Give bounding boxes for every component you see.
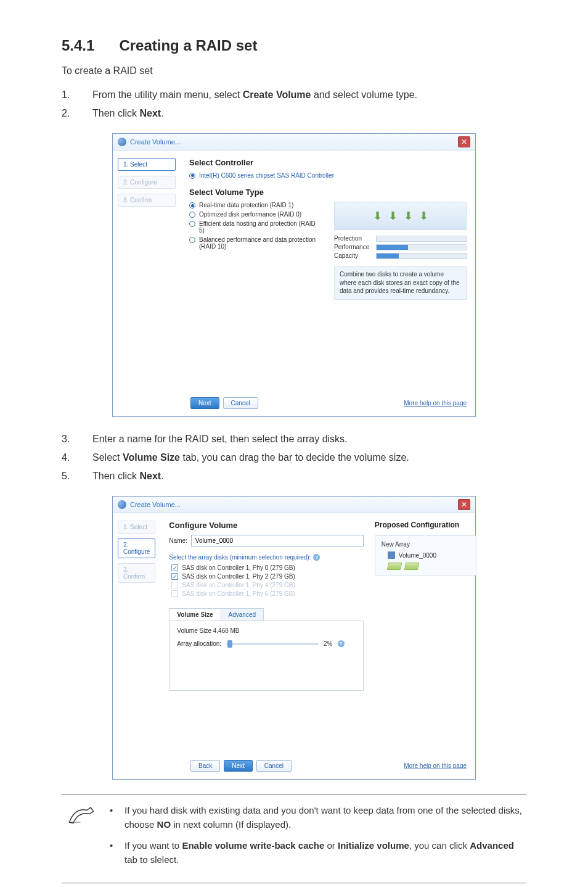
step-2-bold: Next bbox=[139, 108, 161, 118]
dialog-title: Create Volume... bbox=[130, 138, 181, 146]
checkbox-icon bbox=[171, 582, 178, 588]
step-5-bold: Next bbox=[139, 471, 161, 481]
capacity-label: Capacity bbox=[334, 252, 372, 259]
gear-icon bbox=[118, 500, 126, 509]
step-4-text: Select Volume Size tab, you can drag the… bbox=[92, 450, 409, 465]
volume-size-value: Volume Size 4,468 MB bbox=[177, 627, 355, 634]
step-4-bold: Volume Size bbox=[123, 452, 180, 463]
intro-text: To create a RAID set bbox=[62, 65, 526, 76]
raid-10-option[interactable]: Balanced performance and data protection… bbox=[189, 236, 322, 250]
section-title-text: Creating a RAID set bbox=[119, 37, 257, 54]
new-array-label: New Array bbox=[382, 541, 470, 548]
note-item-1: • If you hard disk with existing data an… bbox=[110, 804, 524, 831]
raid-5-label: Efficient data hosting and protection (R… bbox=[199, 220, 322, 234]
section-number: 5.4.1 bbox=[62, 37, 94, 54]
dialog-titlebar: Create Volume... ✕ bbox=[113, 497, 475, 513]
info-icon[interactable]: ? bbox=[313, 554, 320, 561]
disk-option-2[interactable]: SAS disk on Controller 1, Phy 4 (279 GB) bbox=[169, 582, 363, 588]
back-button[interactable]: Back bbox=[190, 760, 220, 772]
cancel-button[interactable]: Cancel bbox=[256, 760, 292, 772]
checkbox-icon: ✓ bbox=[171, 564, 178, 571]
n2p6: tab to slelect. bbox=[125, 854, 179, 865]
n2p3: Initialize volume bbox=[338, 840, 409, 851]
step-5-text: Then click Next. bbox=[92, 469, 164, 484]
disk-2-label: SAS disk on Controller 1, Phy 4 (279 GB) bbox=[182, 582, 295, 588]
step-3-text: Enter a name for the RAID set, then sele… bbox=[92, 432, 348, 447]
disk-icon bbox=[387, 563, 402, 570]
select-controller-heading: Select Controller bbox=[189, 158, 467, 167]
volume-type-list: Real-time data protection (RAID 1) Optim… bbox=[189, 202, 322, 300]
next-button[interactable]: Next bbox=[224, 760, 253, 772]
step-1-post: and select volume type. bbox=[311, 89, 418, 100]
step-4-number: 4. bbox=[62, 450, 92, 465]
n2p4: , you can click bbox=[409, 840, 470, 851]
step-5: 5. Then click Next. bbox=[62, 469, 526, 484]
note-pencil-icon bbox=[64, 804, 99, 874]
next-button[interactable]: Next bbox=[190, 397, 219, 409]
raid-0-option[interactable]: Optimized disk performance (RAID 0) bbox=[189, 211, 322, 218]
wizard-step-configure[interactable]: 2. Configure bbox=[118, 538, 155, 558]
section-heading: 5.4.1 Creating a RAID set bbox=[62, 37, 526, 54]
step-3: 3. Enter a name for the RAID set, then s… bbox=[62, 432, 526, 447]
protection-bar bbox=[376, 236, 467, 242]
gear-icon bbox=[118, 138, 126, 146]
note-item-2: • If you want to Enable volume write-bac… bbox=[110, 839, 524, 867]
disk-option-1[interactable]: ✓ SAS disk on Controller 1, Phy 2 (279 G… bbox=[169, 573, 363, 580]
n2p1: Enable volume write-back cache bbox=[182, 840, 324, 851]
close-button[interactable]: ✕ bbox=[458, 499, 470, 510]
raid-description: Combine two disks to create a volume whe… bbox=[334, 266, 467, 300]
raid-1-label: Real-time data protection (RAID 1) bbox=[199, 202, 293, 208]
protection-label: Protection bbox=[334, 235, 372, 242]
note-block: • If you hard disk with existing data an… bbox=[62, 794, 526, 883]
close-button[interactable]: ✕ bbox=[458, 136, 470, 147]
help-link[interactable]: More help on this page bbox=[404, 762, 467, 769]
checkbox-icon bbox=[171, 590, 178, 597]
raid-illustration: ⬇ ⬇ ⬇ ⬇ bbox=[334, 202, 467, 230]
checkbox-icon: ✓ bbox=[171, 573, 178, 580]
step-2-number: 2. bbox=[62, 106, 92, 121]
wizard-step-confirm: 3. Confirm bbox=[118, 563, 155, 583]
raid-10-label: Balanced performance and data protection… bbox=[199, 236, 322, 250]
wizard-step-select: 1. Select bbox=[118, 521, 155, 534]
volume-icon bbox=[388, 551, 395, 559]
steps-list-2: 3. Enter a name for the RAID set, then s… bbox=[62, 432, 526, 484]
step-1-pre: From the utility main menu, select bbox=[92, 89, 243, 100]
wizard-steps: 1. Select 2. Configure 3. Confirm bbox=[113, 151, 181, 391]
radio-icon bbox=[189, 212, 195, 218]
volume-size-tab[interactable]: Volume Size bbox=[169, 608, 221, 621]
bullet-icon: • bbox=[110, 804, 116, 831]
n2p0: If you want to bbox=[125, 840, 182, 851]
step-3-number: 3. bbox=[62, 432, 92, 447]
arrow-down-icon: ⬇ bbox=[373, 209, 382, 223]
disk-icon bbox=[404, 563, 420, 570]
help-link[interactable]: More help on this page bbox=[404, 400, 467, 406]
controller-option[interactable]: Intel(R) C600 series chipset SAS RAID Co… bbox=[189, 172, 467, 179]
step-1-text: From the utility main menu, select Creat… bbox=[92, 88, 417, 102]
allocation-slider[interactable] bbox=[226, 643, 319, 645]
step-2-pre: Then click bbox=[92, 108, 139, 118]
advanced-tab[interactable]: Advanced bbox=[221, 608, 264, 621]
radio-icon bbox=[189, 173, 195, 179]
raid-5-option[interactable]: Efficient data hosting and protection (R… bbox=[189, 220, 322, 234]
step-1-number: 1. bbox=[62, 88, 92, 102]
bullet-icon: • bbox=[110, 839, 116, 867]
disk-option-3[interactable]: SAS disk on Controller 1, Phy 6 (279 GB) bbox=[169, 590, 363, 597]
step-5-number: 5. bbox=[62, 469, 92, 484]
volume-name-input[interactable] bbox=[191, 535, 364, 547]
proposed-volume-name: Volume_0000 bbox=[399, 552, 436, 559]
performance-label: Performance bbox=[334, 244, 372, 250]
wizard-step-confirm: 3. Confirm bbox=[118, 194, 176, 207]
allocation-label: Array allocation: bbox=[177, 640, 221, 647]
proposed-config-box: New Array Volume_0000 bbox=[375, 535, 476, 576]
info-icon[interactable]: ? bbox=[338, 640, 345, 647]
wizard-step-select[interactable]: 1. Select bbox=[118, 158, 176, 171]
arrow-down-icon: ⬇ bbox=[419, 209, 428, 223]
name-label: Name: bbox=[169, 537, 187, 544]
disk-option-0[interactable]: ✓ SAS disk on Controller 1, Phy 0 (279 G… bbox=[169, 564, 363, 571]
raid-1-option[interactable]: Real-time data protection (RAID 1) bbox=[189, 202, 322, 208]
select-disks-label: Select the array disks (minimum selectio… bbox=[169, 554, 311, 561]
allocation-percent: 2% bbox=[324, 640, 332, 647]
cancel-button[interactable]: Cancel bbox=[223, 397, 258, 409]
proposed-config-heading: Proposed Configuration bbox=[375, 521, 476, 529]
wizard-step-configure: 2. Configure bbox=[118, 176, 176, 189]
